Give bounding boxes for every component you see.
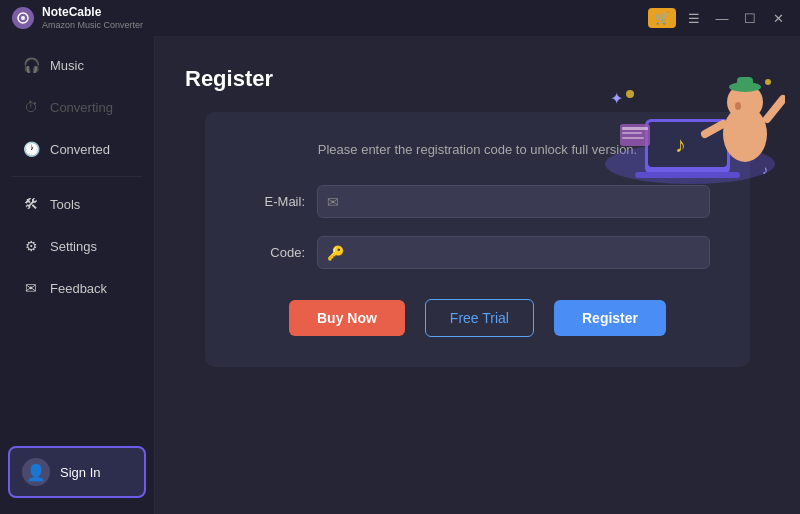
clock-icon: ⏱ [22, 98, 40, 116]
tools-icon: 🛠 [22, 195, 40, 213]
avatar: 👤 [22, 458, 50, 486]
app-subtitle: Amazon Music Converter [42, 20, 143, 31]
svg-point-14 [626, 90, 634, 98]
free-trial-button[interactable]: Free Trial [425, 299, 534, 337]
register-button[interactable]: Register [554, 300, 666, 336]
email-row: E-Mail: ✉ [245, 185, 710, 218]
code-input[interactable] [317, 236, 710, 269]
sidebar-label-music: Music [50, 58, 84, 73]
app-title-group: NoteCable Amazon Music Converter [42, 5, 143, 30]
close-button[interactable]: ✕ [768, 8, 788, 28]
app-name: NoteCable [42, 5, 143, 19]
sidebar-item-settings[interactable]: ⚙ Settings [6, 227, 148, 265]
code-input-wrap: 🔑 [317, 236, 710, 269]
hamburger-icon[interactable]: ☰ [684, 8, 704, 28]
sign-in-label: Sign In [60, 465, 100, 480]
sidebar-label-settings: Settings [50, 239, 97, 254]
sidebar-item-feedback[interactable]: ✉ Feedback [6, 269, 148, 307]
email-icon: ✉ [327, 194, 339, 210]
app-logo [12, 7, 34, 29]
minimize-button[interactable]: — [712, 8, 732, 28]
key-icon: 🔑 [327, 245, 344, 261]
svg-text:✦: ✦ [610, 90, 623, 107]
svg-rect-10 [737, 77, 753, 89]
titlebar: NoteCable Amazon Music Converter 🛒 ☰ — ☐… [0, 0, 800, 36]
envelope-icon: ✉ [22, 279, 40, 297]
sidebar-item-tools[interactable]: 🛠 Tools [6, 185, 148, 223]
code-label: Code: [245, 245, 305, 260]
sidebar-item-music[interactable]: 🎧 Music [6, 46, 148, 84]
gear-icon: ⚙ [22, 237, 40, 255]
cart-icon[interactable]: 🛒 [648, 8, 676, 28]
headphones-icon: 🎧 [22, 56, 40, 74]
svg-text:♪: ♪ [762, 163, 768, 177]
svg-rect-19 [622, 127, 648, 130]
maximize-button[interactable]: ☐ [740, 8, 760, 28]
email-label: E-Mail: [245, 194, 305, 209]
svg-point-1 [21, 16, 25, 20]
sidebar-label-converting: Converting [50, 100, 113, 115]
email-input[interactable] [317, 185, 710, 218]
register-section: Register ♪ [155, 36, 800, 387]
svg-rect-20 [622, 132, 642, 134]
buttons-row: Buy Now Free Trial Register [245, 299, 710, 337]
svg-rect-21 [622, 137, 644, 139]
svg-point-11 [735, 102, 741, 110]
code-row: Code: 🔑 [245, 236, 710, 269]
sidebar-spacer [0, 309, 154, 438]
svg-line-12 [767, 99, 783, 119]
sidebar-item-converting: ⏱ Converting [6, 88, 148, 126]
svg-rect-6 [635, 172, 740, 178]
sidebar-divider [12, 176, 142, 177]
main-layout: 🎧 Music ⏱ Converting 🕐 Converted 🛠 Tools… [0, 36, 800, 514]
sidebar: 🎧 Music ⏱ Converting 🕐 Converted 🛠 Tools… [0, 36, 155, 514]
sidebar-label-converted: Converted [50, 142, 110, 157]
history-icon: 🕐 [22, 140, 40, 158]
illustration: ♪ ✦ [590, 44, 785, 189]
content-area: Register ♪ [155, 36, 800, 514]
window-controls: 🛒 ☰ — ☐ ✕ [648, 8, 788, 28]
sign-in-button[interactable]: 👤 Sign In [8, 446, 146, 498]
sidebar-label-feedback: Feedback [50, 281, 107, 296]
sidebar-item-converted[interactable]: 🕐 Converted [6, 130, 148, 168]
buy-now-button[interactable]: Buy Now [289, 300, 405, 336]
svg-point-15 [765, 79, 771, 85]
sidebar-label-tools: Tools [50, 197, 80, 212]
email-input-wrap: ✉ [317, 185, 710, 218]
svg-text:♪: ♪ [675, 132, 686, 157]
